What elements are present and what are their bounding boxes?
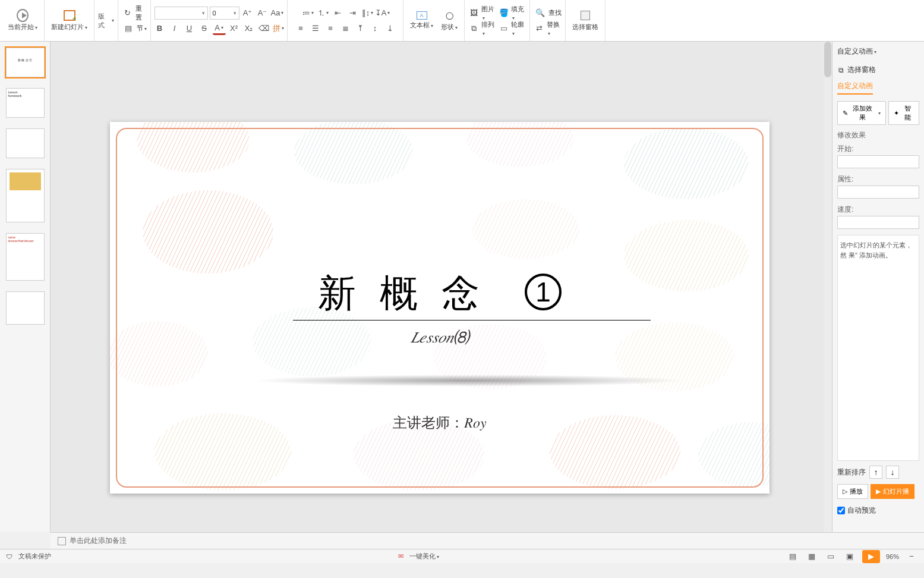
subscript-button[interactable]: X₂	[242, 22, 256, 35]
numbering-button[interactable]: ⒈	[317, 7, 330, 20]
view-sorter-button[interactable]: ▦	[805, 550, 818, 563]
sparkle-icon: ✦	[894, 109, 899, 117]
view-notes-button[interactable]: ▣	[843, 550, 856, 563]
play-animation-button[interactable]: ▷播放	[837, 484, 868, 499]
underline-button[interactable]: U	[183, 22, 196, 35]
zoom-out-button[interactable]: −	[905, 550, 918, 563]
new-slide-button[interactable]: 新建幻灯片	[48, 8, 90, 33]
shape-fill-button[interactable]: 填充	[511, 5, 526, 21]
teacher-credit[interactable]: 主讲老师：𝑅𝑜𝑦	[393, 413, 487, 432]
align-center-button[interactable]: ☰	[309, 22, 322, 35]
insert-picture-button[interactable]: 图片	[481, 5, 496, 21]
phonetic-button[interactable]: 拼	[272, 22, 285, 35]
protect-icon: 🛡	[6, 553, 12, 560]
change-case-button[interactable]: Aa	[271, 7, 284, 20]
move-down-button[interactable]: ↓	[886, 466, 899, 479]
slide-thumbnail[interactable]	[6, 169, 45, 222]
selection-pane-link[interactable]: ⧉ 选择窗格	[837, 61, 919, 78]
move-up-button[interactable]: ↑	[869, 466, 882, 479]
new-slide-icon	[64, 10, 75, 21]
clear-format-button[interactable]: ⌫	[257, 22, 270, 35]
notes-placeholder[interactable]: 单击此处添加备注	[70, 536, 127, 546]
panel-title[interactable]: 自定义动画	[837, 46, 919, 56]
reorder-label: 重新排序	[837, 467, 866, 478]
picture-icon: 🖼	[468, 7, 480, 20]
slideshow-from-start-button[interactable]: ▶	[862, 550, 880, 563]
find-button[interactable]: 查找	[548, 8, 562, 17]
slideshow-button[interactable]: ▶幻灯片播	[871, 484, 914, 499]
ribbon-toolbar: 当前开始 新建幻灯片 版式 ↻重置 ▤节 0 A⁺ A⁻ Aa B I U S …	[0, 0, 924, 42]
shape-outline-button[interactable]: 轮廓	[511, 20, 526, 36]
reset-button[interactable]: 重置	[135, 4, 147, 22]
current-slide[interactable]: 新概念 1 𝐿𝑒𝑠𝑠𝑜𝑛⑻ 主讲老师：𝑅𝑜𝑦	[110, 122, 770, 494]
align-top-button[interactable]: ⤒	[354, 22, 367, 35]
notes-icon	[58, 537, 66, 545]
selection-pane-icon	[579, 10, 591, 21]
arrange-icon: ⧉	[468, 22, 480, 35]
slide-thumbnail[interactable]: 新 概 念 ①	[6, 48, 45, 77]
animation-speed-select[interactable]	[837, 216, 919, 229]
find-icon: 🔍	[534, 7, 547, 20]
italic-button[interactable]: I	[168, 22, 181, 35]
decrease-indent-button[interactable]: ⇤	[332, 7, 345, 20]
modify-effect-label: 修改效果	[837, 130, 919, 140]
notes-pane[interactable]: 单击此处添加备注	[51, 532, 924, 549]
property-label: 属性:	[837, 174, 919, 184]
slide-thumbnails-panel[interactable]: 新 概 念 ① Lessonhomework namedresser/haird…	[0, 42, 51, 532]
start-from-current-button[interactable]: 当前开始	[5, 8, 40, 33]
view-normal-button[interactable]: ▤	[786, 550, 799, 563]
strikethrough-button[interactable]: S	[198, 22, 211, 35]
selection-pane-button[interactable]: 选择窗格	[569, 8, 601, 33]
increase-indent-button[interactable]: ⇥	[346, 7, 359, 20]
animation-panel: 自定义动画 ⧉ 选择窗格 自定义动画 ✎添加效果 ✦智能 修改效果 开始: 属性…	[832, 42, 924, 532]
arrange-button[interactable]: 排列	[481, 20, 496, 36]
slide-thumbnail[interactable]	[6, 291, 45, 325]
font-size-combo[interactable]: 0	[210, 7, 239, 20]
wand-icon: ✎	[843, 109, 848, 117]
section-icon: ▤	[122, 22, 135, 35]
auto-preview-checkbox[interactable]: 自动预览	[837, 505, 919, 516]
bullets-button[interactable]: ≔	[302, 7, 315, 20]
document-protect-status[interactable]: 文稿未保护	[18, 552, 51, 561]
bold-button[interactable]: B	[153, 22, 166, 35]
start-label: 开始:	[837, 144, 919, 154]
scrollbar-thumb[interactable]	[824, 42, 831, 77]
selection-pane-icon: ⧉	[838, 66, 844, 74]
increase-font-button[interactable]: A⁺	[241, 7, 254, 20]
replace-button[interactable]: 替换	[547, 20, 562, 36]
slide-thumbnail[interactable]: Lessonhomework	[6, 88, 45, 118]
align-justify-button[interactable]: ≣	[339, 22, 352, 35]
reset-icon: ↻	[122, 7, 134, 20]
align-left-button[interactable]: ≡	[294, 22, 307, 35]
add-effect-button[interactable]: ✎添加效果	[837, 101, 886, 125]
align-middle-button[interactable]: ↕	[368, 22, 381, 35]
align-bottom-button[interactable]: ⤓	[383, 22, 396, 35]
slide-canvas-area[interactable]: 新概念 1 𝐿𝑒𝑠𝑠𝑜𝑛⑻ 主讲老师：𝑅𝑜𝑦	[51, 42, 832, 532]
animation-property-select[interactable]	[837, 186, 919, 199]
slide-thumbnail[interactable]: namedresser/hairdresser	[6, 233, 45, 281]
slide-thumbnail[interactable]	[6, 128, 45, 158]
font-color-button[interactable]: A	[213, 22, 226, 35]
decrease-font-button[interactable]: A⁻	[256, 7, 269, 20]
superscript-button[interactable]: X²	[228, 22, 241, 35]
line-spacing-button[interactable]: ‖↕	[361, 7, 374, 20]
animation-hint-text: 选中幻灯片的某个元素，然 果" 添加动画。	[837, 235, 919, 461]
lesson-subtitle[interactable]: 𝐿𝑒𝑠𝑠𝑜𝑛⑻	[411, 327, 469, 348]
font-name-combo[interactable]	[154, 7, 208, 20]
beautify-button[interactable]: 一键美化	[409, 552, 439, 561]
text-direction-button[interactable]: ↧A	[376, 7, 389, 20]
slideshow-icon: ▶	[876, 488, 881, 495]
layout-button[interactable]: 版式	[98, 14, 114, 27]
shapes-icon: ◯	[443, 10, 455, 21]
canvas-vertical-scrollbar[interactable]	[824, 42, 832, 532]
view-reading-button[interactable]: ▭	[824, 550, 837, 563]
slide-title[interactable]: 新概念 1	[318, 268, 562, 319]
shapes-button[interactable]: ◯ 形状	[438, 8, 461, 33]
textbox-button[interactable]: A 文本框	[407, 10, 436, 32]
align-right-button[interactable]: ≡	[324, 22, 337, 35]
zoom-level[interactable]: 96%	[886, 553, 899, 560]
smart-animation-button[interactable]: ✦智能	[888, 101, 919, 125]
animation-start-select[interactable]	[837, 155, 919, 168]
custom-animation-tab[interactable]: 自定义动画	[837, 78, 873, 95]
section-button[interactable]: 节	[137, 24, 147, 33]
